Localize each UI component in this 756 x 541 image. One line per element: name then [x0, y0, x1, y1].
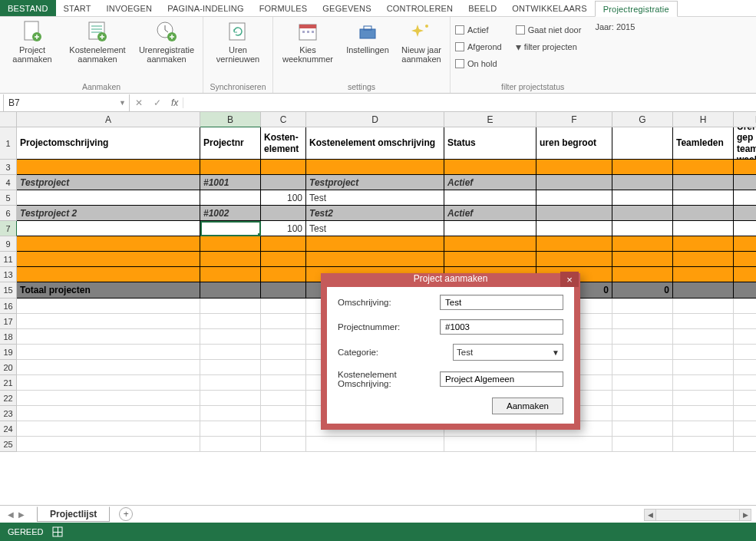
row-header-9[interactable]: 9: [0, 236, 17, 252]
cell-I25[interactable]: [734, 437, 756, 452]
cell-B1[interactable]: Projectnr: [200, 127, 261, 160]
input-kostenelement[interactable]: [440, 371, 563, 387]
chk-afgerond[interactable]: Afgerond: [455, 39, 502, 54]
cell-C20[interactable]: [261, 360, 306, 375]
cell-B25[interactable]: [200, 437, 261, 452]
tab-file[interactable]: BESTAND: [0, 0, 56, 16]
cell-D6[interactable]: Test2: [306, 206, 444, 221]
cell-C16[interactable]: [261, 299, 306, 314]
tab-gegevens[interactable]: GEGEVENS: [315, 0, 378, 16]
tab-formules[interactable]: FORMULES: [252, 0, 315, 16]
select-all-corner[interactable]: [0, 112, 17, 127]
instellingen-button[interactable]: Instellingen: [344, 19, 391, 54]
row-header-11[interactable]: 11: [0, 252, 17, 267]
cell-I20[interactable]: [734, 360, 756, 375]
cell-G18[interactable]: [612, 329, 673, 345]
col-header-I[interactable]: I: [734, 112, 756, 127]
cell-D3[interactable]: [306, 160, 444, 175]
cell-B18[interactable]: [200, 329, 261, 345]
cell-C22[interactable]: [261, 391, 306, 406]
cell-A13[interactable]: [17, 267, 200, 282]
cell-E6[interactable]: Actief: [444, 206, 536, 221]
cell-H18[interactable]: [673, 329, 734, 345]
nav-last-icon[interactable]: ▶: [18, 510, 25, 519]
cell-H5[interactable]: [673, 190, 734, 206]
cell-A24[interactable]: [17, 421, 200, 437]
cell-H7[interactable]: [673, 221, 734, 236]
cell-C17[interactable]: [261, 314, 306, 329]
cell-F4[interactable]: [536, 175, 612, 190]
cell-H19[interactable]: [673, 345, 734, 360]
tab-ontwikkelaars[interactable]: ONTWIKKELAARS: [504, 0, 594, 16]
cell-I22[interactable]: [734, 391, 756, 406]
cell-A3[interactable]: [17, 160, 200, 175]
cell-B23[interactable]: [200, 406, 261, 421]
cell-H3[interactable]: [673, 160, 734, 175]
row-header-3[interactable]: 3: [0, 160, 17, 175]
cell-A1[interactable]: Projectomschrijving: [17, 127, 200, 160]
cell-I5[interactable]: [734, 190, 756, 206]
cell-B15[interactable]: [200, 282, 261, 299]
cell-C5[interactable]: 100: [261, 190, 306, 206]
cell-B19[interactable]: [200, 345, 261, 360]
sheet-nav[interactable]: ◀▶: [0, 510, 32, 519]
cell-D25[interactable]: [306, 437, 444, 452]
cell-D4[interactable]: Testproject: [306, 175, 444, 190]
cell-A19[interactable]: [17, 345, 200, 360]
row-header-21[interactable]: 21: [0, 375, 17, 391]
name-box[interactable]: B7▼: [3, 94, 130, 111]
cell-F9[interactable]: [536, 236, 612, 252]
cell-C19[interactable]: [261, 345, 306, 360]
cell-C7[interactable]: 100: [261, 221, 306, 236]
input-projectnummer[interactable]: [440, 319, 563, 335]
nav-first-icon[interactable]: ◀: [8, 510, 14, 519]
urenregistratie-aanmaken-button[interactable]: Urenregistratie aanmaken: [135, 19, 198, 64]
cell-I7[interactable]: [734, 221, 756, 236]
cell-A21[interactable]: [17, 375, 200, 391]
cell-H15[interactable]: [673, 282, 734, 299]
tab-pagina[interactable]: PAGINA-INDELING: [160, 0, 251, 16]
dialog-title-bar[interactable]: Project aanmaken ×: [321, 273, 580, 287]
cell-H6[interactable]: [673, 206, 734, 221]
col-header-G[interactable]: G: [612, 112, 673, 127]
cell-A9[interactable]: [17, 236, 200, 252]
cell-C15[interactable]: [261, 282, 306, 299]
cell-H20[interactable]: [673, 360, 734, 375]
filter-projecten-button[interactable]: ▾filter projecten: [516, 39, 582, 54]
cell-A5[interactable]: [17, 190, 200, 206]
cell-I19[interactable]: [734, 345, 756, 360]
cell-A20[interactable]: [17, 360, 200, 375]
cell-A17[interactable]: [17, 314, 200, 329]
row-header-6[interactable]: 6: [0, 206, 17, 221]
cell-A23[interactable]: [17, 406, 200, 421]
cell-G6[interactable]: [612, 206, 673, 221]
cell-A15[interactable]: Totaal projecten: [17, 282, 200, 299]
uren-vernieuwen-button[interactable]: Uren vernieuwen: [208, 19, 268, 64]
cell-B16[interactable]: [200, 299, 261, 314]
cell-G7[interactable]: [612, 221, 673, 236]
cell-G25[interactable]: [612, 437, 673, 452]
cell-H13[interactable]: [673, 267, 734, 282]
cell-C11[interactable]: [261, 252, 306, 267]
row-header-20[interactable]: 20: [0, 360, 17, 375]
cell-I17[interactable]: [734, 314, 756, 329]
cell-A7[interactable]: [17, 221, 200, 236]
tab-controleren[interactable]: CONTROLEREN: [379, 0, 461, 16]
cell-B21[interactable]: [200, 375, 261, 391]
row-header-18[interactable]: 18: [0, 329, 17, 345]
add-sheet-button[interactable]: +: [119, 507, 133, 521]
cell-A22[interactable]: [17, 391, 200, 406]
horizontal-scrollbar[interactable]: ◀ ▶: [644, 509, 751, 521]
row-header-4[interactable]: 4: [0, 175, 17, 190]
cell-D9[interactable]: [306, 236, 444, 252]
row-header-13[interactable]: 13: [0, 267, 17, 282]
cell-E1[interactable]: Status: [444, 127, 536, 160]
cell-F11[interactable]: [536, 252, 612, 267]
dialog-close-button[interactable]: ×: [560, 272, 579, 287]
kostenelement-aanmaken-button[interactable]: Kostenelement aanmaken: [66, 19, 129, 64]
cell-E9[interactable]: [444, 236, 536, 252]
cell-B11[interactable]: [200, 252, 261, 267]
cell-G3[interactable]: [612, 160, 673, 175]
accept-formula-button[interactable]: ✓: [148, 97, 167, 108]
tab-beeld[interactable]: BEELD: [461, 0, 504, 16]
